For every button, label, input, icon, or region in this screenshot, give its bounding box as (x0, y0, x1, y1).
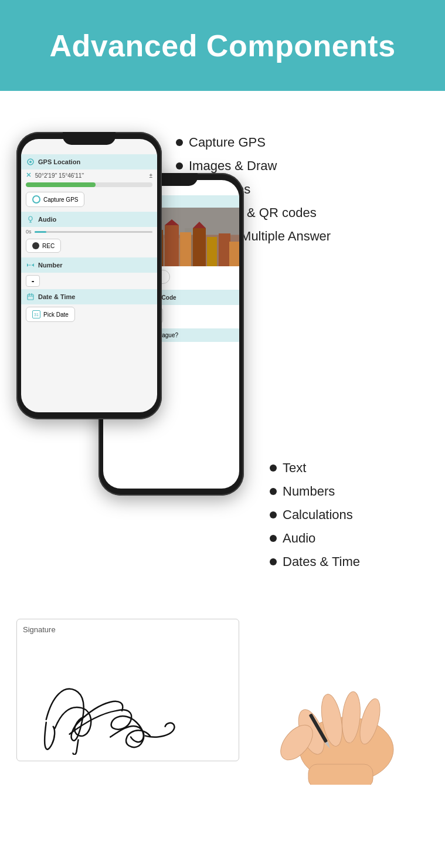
bullet-item-calculations: Calculations (270, 507, 360, 523)
bullet-dot-6 (270, 464, 277, 472)
capture-gps-icon (32, 195, 40, 204)
bullet-dot-10 (270, 558, 277, 565)
gps-bar-track (26, 182, 152, 187)
phone-front-notch (63, 132, 116, 145)
bullet-text-9: Audio (283, 531, 315, 546)
signature-area[interactable] (23, 638, 233, 755)
bullet-item-images: Images & Draw (176, 158, 331, 174)
rec-dot-icon (32, 242, 39, 249)
datetime-section: Date & Time 31 Pick Date (21, 289, 157, 324)
hand-svg (253, 656, 417, 785)
audio-icon (26, 215, 35, 224)
pick-date-label: Pick Date (43, 311, 69, 318)
audio-section: Audio 0s REC (21, 212, 157, 255)
minus-label: - (32, 276, 35, 286)
bullet-text-6: Text (283, 460, 306, 476)
number-section-header: Number (21, 257, 157, 273)
right-bullet-list: Text Numbers Calculations Audio Dates & … (270, 460, 360, 578)
gps-coordinates: 50°2'19'' 15°46'11'' ± (21, 169, 157, 181)
header-section: Advanced Components (0, 0, 445, 91)
audio-section-header: Audio (21, 212, 157, 227)
svg-rect-26 (229, 242, 239, 266)
datetime-icon (26, 292, 35, 301)
phones-container: GPS Location 50°2'19'' 15°46'11'' ± (0, 103, 445, 613)
signature-section: Signature (16, 619, 429, 761)
number-header-label: Number (38, 262, 63, 269)
svg-rect-24 (207, 237, 217, 266)
svg-rect-21 (165, 225, 179, 266)
svg-rect-10 (28, 294, 33, 300)
gps-header-label: GPS Location (38, 158, 80, 165)
svg-rect-4 (29, 216, 32, 221)
rec-label: REC (42, 243, 55, 249)
bullet-text-10: Dates & Time (283, 554, 360, 569)
audio-header-label: Audio (38, 216, 56, 223)
bullet-dot-8 (270, 511, 277, 518)
svg-rect-22 (180, 232, 191, 266)
audio-track (35, 231, 152, 233)
bullet-text-1: Capture GPS (189, 135, 266, 150)
number-icon (26, 260, 35, 270)
bullet-item-audio: Audio (270, 531, 360, 546)
main-content: GPS Location 50°2'19'' 15°46'11'' ± (0, 91, 445, 868)
gps-coords-text: 50°2'19'' 15°46'11'' (35, 172, 84, 179)
audio-track-fill (35, 231, 46, 233)
phone-front-content: GPS Location 50°2'19'' 15°46'11'' ± (21, 139, 157, 412)
bullet-item-numbers: Numbers (270, 484, 360, 499)
bullet-item-text: Text (270, 460, 360, 476)
gps-plusminus: ± (150, 172, 153, 179)
bullet-item-gps: Capture GPS (176, 135, 331, 150)
calendar-icon: 31 (32, 310, 40, 318)
bullet-text-2: Images & Draw (189, 158, 277, 174)
bullet-dot-7 (270, 488, 277, 495)
number-section: Number - (21, 257, 157, 287)
svg-marker-8 (27, 263, 29, 267)
bullet-dot-2 (176, 162, 183, 169)
svg-rect-35 (308, 764, 373, 785)
svg-marker-9 (32, 263, 34, 267)
svg-point-1 (29, 161, 32, 163)
gps-icon (26, 157, 35, 167)
svg-rect-25 (219, 233, 230, 266)
datetime-header-label: Date & Time (38, 293, 75, 300)
bullet-text-7: Numbers (283, 484, 335, 499)
phone-front: GPS Location 50°2'19'' 15°46'11'' ± (16, 132, 162, 419)
bullet-dot-9 (270, 535, 277, 542)
minus-button[interactable]: - (26, 275, 40, 287)
audio-timer: 0s (26, 229, 32, 235)
bullet-item-dates: Dates & Time (270, 554, 360, 569)
datetime-section-header: Date & Time (21, 289, 157, 304)
audio-progress-bar: 0s (21, 227, 157, 236)
hand-illustration (253, 656, 417, 785)
bullet-dot-1 (176, 139, 183, 146)
gps-bar-fill (26, 182, 96, 187)
page-title: Advanced Components (49, 28, 395, 63)
capture-gps-button[interactable]: Capture GPS (26, 192, 84, 207)
gps-signal-bar (21, 181, 157, 189)
signature-box: Signature (16, 619, 239, 761)
phone-front-screen: GPS Location 50°2'19'' 15°46'11'' ± (21, 139, 157, 412)
pick-date-button[interactable]: 31 Pick Date (26, 307, 75, 322)
signature-label: Signature (23, 625, 233, 634)
gps-section-header: GPS Location (21, 154, 157, 169)
capture-gps-label: Capture GPS (43, 196, 78, 203)
svg-rect-23 (193, 228, 206, 266)
signature-drawing (23, 638, 233, 755)
bullet-text-8: Calculations (283, 507, 353, 523)
rec-button[interactable]: REC (26, 239, 61, 253)
